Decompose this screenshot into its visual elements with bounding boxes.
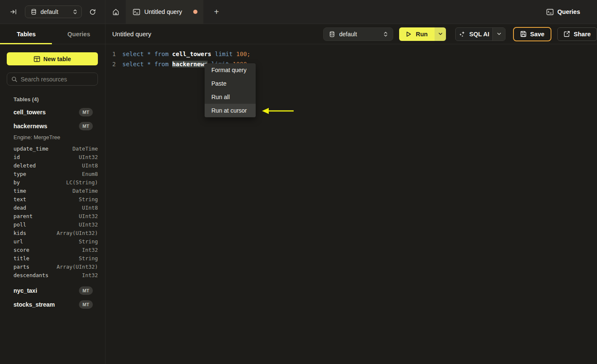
run-split-button: Run — [399, 27, 446, 41]
column-type: UInt32 — [79, 213, 98, 219]
engine-badge: MT — [79, 286, 93, 295]
save-button[interactable]: Save — [513, 27, 551, 41]
engine-label: Engine: MergeTree — [14, 134, 105, 140]
tab-untitled-query[interactable]: Untitled query — [126, 0, 203, 24]
tables-section-title: Tables (4) — [14, 96, 105, 102]
database-selector[interactable]: default — [25, 5, 82, 18]
column-type: UInt32 — [79, 221, 98, 228]
column-row-title: titleString — [0, 254, 105, 262]
query-database-selector[interactable]: default — [323, 27, 393, 41]
plus-icon: + — [214, 7, 219, 17]
code-token: from — [154, 61, 169, 67]
context-menu: Format queryPasteRun allRun at cursor — [205, 63, 256, 117]
column-type: String — [79, 238, 98, 245]
code-token: limit — [215, 51, 232, 57]
code-token: from — [154, 51, 169, 57]
sidebar-tab-queries-label: Queries — [68, 31, 90, 38]
code-token: select — [122, 51, 144, 57]
column-row-url: urlString — [0, 237, 105, 245]
sidebar-tab-queries[interactable]: Queries — [53, 24, 105, 44]
column-name: title — [14, 255, 79, 262]
column-row-by: byLC(String) — [0, 178, 105, 186]
table-name: stocks_stream — [14, 301, 79, 308]
code-area: 1select * from cell_towers limit 100;2se… — [105, 49, 597, 69]
sql-editor[interactable]: 1select * from cell_towers limit 100;2se… — [105, 44, 597, 364]
terminal-icon — [133, 9, 140, 15]
menu-item-paste[interactable]: Paste — [205, 77, 256, 90]
column-row-deleted: deletedUInt8 — [0, 161, 105, 170]
column-row-kids: kidsArray(UInt32) — [0, 229, 105, 237]
code-token — [151, 61, 154, 67]
column-type: Int32 — [82, 247, 98, 253]
code-token — [151, 51, 154, 57]
new-tab-button[interactable]: + — [210, 5, 223, 18]
sparkles-icon — [459, 31, 465, 38]
table-name: nyc_taxi — [14, 287, 79, 294]
share-button-label: Share — [574, 31, 591, 38]
share-button[interactable]: Share — [557, 27, 597, 41]
run-button-label: Run — [416, 31, 427, 38]
column-type: LC(String) — [66, 179, 98, 186]
engine-badge: MT — [79, 300, 93, 309]
chevron-up-down-icon — [73, 9, 77, 15]
menu-item-run-at-cursor[interactable]: Run at cursor — [205, 104, 256, 117]
save-icon — [520, 31, 527, 37]
table-row-stocks_stream[interactable]: stocks_streamMT — [0, 297, 105, 311]
new-table-button-label: New table — [43, 56, 71, 62]
code-token — [169, 51, 172, 57]
column-name: parts — [14, 264, 57, 270]
new-table-button[interactable]: New table — [7, 52, 98, 65]
column-row-parts: partsArray(UInt32) — [0, 262, 105, 271]
column-row-update_time: update_timeDateTime — [0, 144, 105, 153]
table-icon — [34, 56, 40, 62]
query-header: Untitled query default Run — [105, 24, 597, 44]
code-token: 100; — [236, 51, 251, 57]
column-row-time: timeDateTime — [0, 186, 105, 195]
search-icon — [11, 76, 17, 82]
refresh-icon[interactable] — [89, 8, 96, 16]
table-row-hackernews[interactable]: hackernewsMT — [0, 119, 105, 133]
home-button[interactable] — [109, 5, 122, 19]
column-name: time — [14, 188, 73, 194]
column-name: dead — [14, 205, 82, 211]
column-row-parent: parentUInt32 — [0, 212, 105, 220]
collapse-sidebar-icon[interactable] — [10, 8, 17, 15]
column-row-id: idUInt32 — [0, 153, 105, 161]
run-options-button[interactable] — [435, 27, 446, 41]
run-button[interactable]: Run — [399, 27, 435, 41]
column-type: Enum8 — [82, 171, 98, 177]
sidebar-tab-tables[interactable]: Tables — [0, 24, 53, 44]
sidebar: Tables Queries New table Tables (4) cell… — [0, 24, 105, 364]
sql-ai-button[interactable]: SQL AI — [456, 28, 492, 40]
table-list: cell_towersMThackernewsMTEngine: MergeTr… — [0, 105, 105, 311]
table-row-cell_towers[interactable]: cell_towersMT — [0, 105, 105, 119]
code-line-2[interactable]: 2select * from hackernews limit 1000 — [105, 59, 597, 69]
query-database-value: default — [339, 31, 379, 38]
column-name: score — [14, 247, 82, 253]
database-icon — [31, 9, 37, 15]
column-name: url — [14, 238, 79, 245]
search-input[interactable] — [21, 76, 93, 83]
table-name: cell_towers — [14, 109, 79, 116]
column-type: Int32 — [82, 272, 98, 278]
column-type: Array(UInt32) — [57, 264, 98, 270]
code-line-1[interactable]: 1select * from cell_towers limit 100; — [105, 49, 597, 59]
menu-item-run-all[interactable]: Run all — [205, 90, 256, 104]
menu-item-format-query[interactable]: Format query — [205, 63, 256, 77]
sql-ai-options-button[interactable] — [492, 28, 505, 40]
code-content: select * from cell_towers limit 100; — [122, 49, 251, 59]
column-row-dead: deadUInt8 — [0, 203, 105, 212]
search-box — [7, 73, 98, 86]
sql-ai-split-button: SQL AI — [455, 27, 505, 41]
database-selector-value: default — [41, 8, 69, 15]
sql-ai-button-label: SQL AI — [469, 31, 489, 38]
code-token — [169, 61, 172, 67]
topbar-spacer — [223, 0, 546, 24]
column-type: DateTime — [73, 146, 98, 152]
queries-button[interactable]: Queries — [546, 8, 580, 15]
chevron-up-down-icon — [384, 31, 388, 37]
engine-badge: MT — [79, 122, 93, 130]
code-token — [144, 51, 147, 57]
table-row-nyc_taxi[interactable]: nyc_taxiMT — [0, 283, 105, 297]
share-icon — [564, 31, 570, 37]
